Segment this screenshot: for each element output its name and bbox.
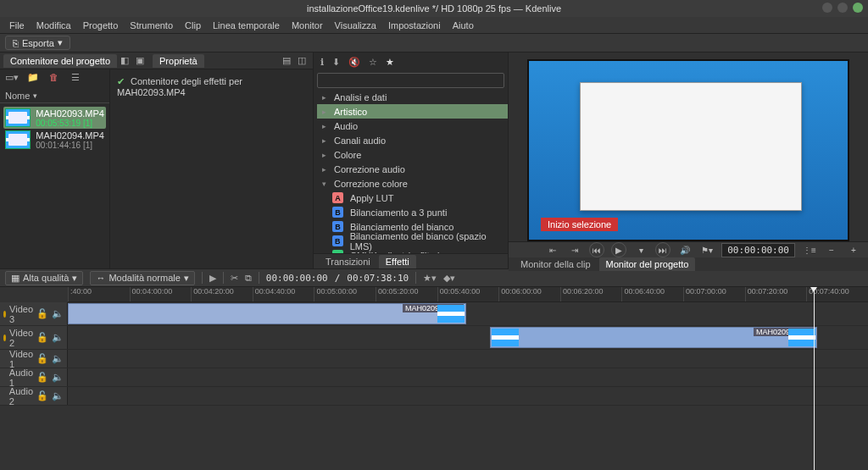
lock-icon[interactable]: 🔓: [36, 353, 48, 364]
menu-timeline[interactable]: Linea temporale: [207, 20, 286, 30]
effects-search-input[interactable]: [317, 73, 504, 88]
bin-header-name[interactable]: Nome▾: [0, 88, 109, 103]
panel-menu-icon[interactable]: ▤: [281, 55, 292, 67]
close-panel-icon[interactable]: ▣: [134, 55, 146, 67]
options-icon[interactable]: ⋮≡: [802, 242, 817, 257]
forward-icon[interactable]: ⏭: [655, 242, 670, 257]
mute-track-icon[interactable]: 🔈: [52, 390, 64, 401]
track-audio-2[interactable]: Audio 2🔓🔈: [0, 387, 868, 406]
menu-tool[interactable]: Strumento: [124, 20, 179, 30]
tab-project-bin[interactable]: Contenitore del progetto: [3, 54, 117, 68]
effect-item[interactable]: AApply LUT: [317, 191, 508, 205]
zone-end-icon[interactable]: ⇥: [567, 242, 582, 257]
effect-item[interactable]: BBilanciamento del bianco (spazio LMS): [317, 234, 508, 248]
menu-file[interactable]: File: [3, 20, 31, 30]
volume-icon[interactable]: 🔊: [677, 242, 693, 257]
menu-settings[interactable]: Impostazioni: [382, 20, 447, 30]
preview-quality-dropdown[interactable]: ▦ Alta qualità ▾: [5, 271, 83, 285]
mute-track-icon[interactable]: 🔈: [52, 353, 64, 364]
record-dot-icon: [3, 311, 6, 318]
effect-category[interactable]: ▸Audio: [317, 119, 508, 133]
close-icon[interactable]: [853, 3, 863, 13]
menu-view[interactable]: Visualizza: [329, 20, 382, 30]
project-monitor[interactable]: Inizio selezione: [509, 53, 868, 241]
add-folder-icon[interactable]: 📁: [27, 72, 41, 86]
playhead[interactable]: [814, 287, 815, 470]
export-button[interactable]: ⎘ Esporta ▾: [5, 36, 70, 50]
menu-help[interactable]: Aiuto: [447, 20, 480, 30]
play-menu-icon[interactable]: ▾: [633, 242, 648, 257]
plus-icon[interactable]: +: [846, 242, 861, 257]
menu-clip[interactable]: Clip: [179, 20, 207, 30]
effect-category[interactable]: ▾Correzione colore: [317, 176, 508, 191]
effect-item[interactable]: BBilanciamento a 3 punti: [317, 205, 508, 219]
lock-icon[interactable]: 🔓: [36, 372, 48, 383]
mute-track-icon[interactable]: 🔈: [52, 372, 64, 383]
monitor-timecode[interactable]: 00:00:00:00: [721, 243, 795, 257]
main-toolbar: ⎘ Esporta ▾: [0, 34, 868, 53]
minimize-icon[interactable]: [822, 3, 832, 13]
effect-category[interactable]: ▸Analisi e dati: [317, 90, 508, 104]
bin-clip[interactable]: MAH02094.MP4 00:01:44:16 [1]: [3, 129, 106, 151]
bin-clip[interactable]: MAH02093.MP4 00:05:53:19 [1]: [3, 107, 106, 129]
clip-name: MAH02093.MP4: [36, 108, 104, 119]
title-bar: installazioneOffice19.kdenlive */ HD 108…: [0, 0, 868, 17]
effect-category[interactable]: ▸Colore: [317, 147, 508, 162]
tab-effects[interactable]: Effetti: [379, 255, 416, 268]
lock-icon[interactable]: 🔓: [36, 308, 48, 319]
info-icon[interactable]: ℹ: [320, 57, 324, 68]
rewind-icon[interactable]: ⏮: [589, 242, 604, 257]
lock-icon[interactable]: 🔓: [36, 390, 48, 401]
track-video-3[interactable]: Video 3🔓🔈 MAH02093.MP4: [0, 302, 868, 326]
track-video-1[interactable]: Video 1🔓🔈: [0, 350, 868, 368]
menu-monitor[interactable]: Monitor: [286, 20, 329, 30]
menu-project[interactable]: Progetto: [77, 20, 125, 30]
guide-icon[interactable]: ◆▾: [443, 273, 455, 284]
download-icon[interactable]: ⬇: [332, 57, 340, 68]
effect-category[interactable]: ▸Canali audio: [317, 133, 508, 147]
minus-icon[interactable]: −: [824, 242, 839, 257]
menu-bar: File Modifica Progetto Strumento Clip Li…: [0, 17, 868, 34]
favorite-icon[interactable]: ★▾: [423, 273, 437, 284]
tab-transitions[interactable]: Transizioni: [319, 255, 377, 268]
chevron-down-icon: ▾: [58, 37, 63, 48]
monitor-controls: ⇤ ⇥ ⏮ ▶ ▾ ⏭ 🔊 ⚑▾ 00:00:00:00 ⋮≡ − +: [509, 241, 868, 257]
clip-thumbnail: [5, 130, 31, 149]
check-icon[interactable]: ✔: [117, 76, 125, 86]
star-filled-icon[interactable]: ★: [386, 57, 394, 68]
play-timeline-icon[interactable]: ▶: [209, 273, 216, 284]
tab-clip-monitor[interactable]: Monitor della clip: [514, 257, 598, 271]
timeline-clip[interactable]: MAH02094.MP4: [490, 327, 817, 348]
timeline-ruler[interactable]: :40:00 00:04:00:00 00:04:20:00 00:04:40:…: [68, 287, 868, 302]
effect-category[interactable]: ▸Correzione audio: [317, 162, 508, 176]
sort-arrow-icon: ▾: [33, 91, 37, 100]
mute-icon[interactable]: 🔇: [348, 57, 360, 68]
mute-track-icon[interactable]: 🔈: [52, 332, 64, 343]
lock-icon[interactable]: 🔓: [36, 332, 48, 343]
delete-clip-icon[interactable]: 🗑: [49, 72, 63, 86]
menu-edit[interactable]: Modifica: [31, 20, 77, 30]
zone-start-icon[interactable]: ⇤: [545, 242, 560, 257]
add-clip-icon[interactable]: ▭▾: [5, 72, 19, 86]
cut-icon[interactable]: ✂: [231, 273, 238, 284]
undock-icon[interactable]: ◧: [119, 55, 131, 67]
marker-icon[interactable]: ⚑▾: [699, 242, 715, 257]
tab-project-monitor[interactable]: Monitor del progetto: [599, 257, 696, 271]
clip-thumb-icon: [492, 329, 519, 346]
bin-menu-icon[interactable]: ☰: [71, 72, 85, 86]
mute-track-icon[interactable]: 🔈: [52, 308, 64, 319]
effect-category[interactable]: ▸Artistico: [317, 104, 508, 119]
maximize-icon[interactable]: [837, 3, 848, 13]
clip-thumb-icon: [788, 329, 815, 346]
timeline-position-tc[interactable]: 00:00:00:00: [266, 273, 328, 284]
edit-mode-dropdown[interactable]: ↔ Modalità normale ▾: [90, 271, 194, 285]
panel-close-icon[interactable]: ◫: [296, 55, 308, 67]
timeline[interactable]: :40:00 00:04:00:00 00:04:20:00 00:04:40:…: [0, 287, 868, 470]
track-video-2[interactable]: Video 2🔓🔈 MAH02094.MP4: [0, 326, 868, 350]
tab-properties[interactable]: Proprietà: [153, 54, 204, 68]
star-outline-icon[interactable]: ☆: [369, 57, 377, 68]
play-icon[interactable]: ▶: [611, 242, 626, 257]
snap-icon[interactable]: ⧉: [245, 273, 252, 284]
track-audio-1[interactable]: Audio 1🔓🔈: [0, 368, 868, 387]
timeline-clip[interactable]: MAH02093.MP4: [68, 303, 466, 324]
